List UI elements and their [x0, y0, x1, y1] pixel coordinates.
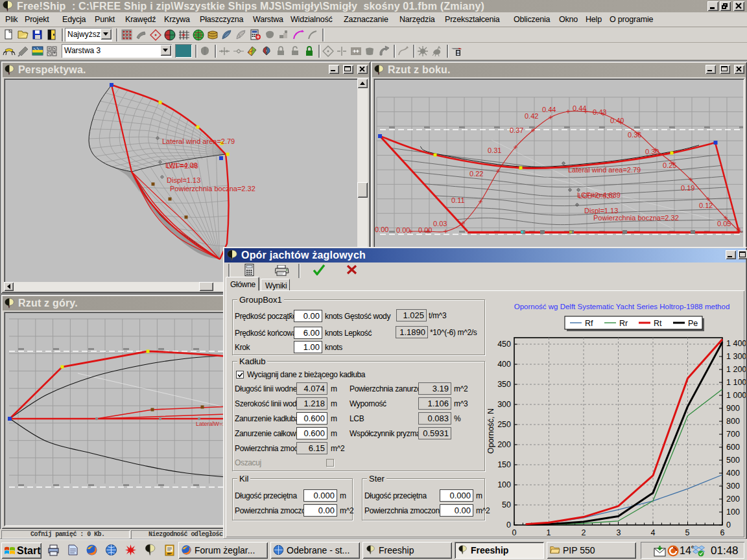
svg-text:Rr: Rr: [619, 319, 628, 328]
svg-text:250: 250: [497, 420, 511, 429]
svg-text:0.00: 0.00: [396, 226, 410, 234]
svg-text:0.44: 0.44: [542, 106, 556, 113]
svg-text:300: 300: [726, 482, 740, 491]
svg-text:Rf: Rf: [585, 319, 593, 328]
svg-text:1 000: 1 000: [726, 391, 746, 400]
svg-text:0.31: 0.31: [488, 146, 501, 154]
svg-text:900: 900: [726, 404, 740, 413]
svg-text:200: 200: [726, 495, 740, 504]
svg-text:50: 50: [502, 500, 511, 509]
svg-text:1: 1: [547, 528, 551, 537]
svg-text:Pe: Pe: [688, 319, 698, 328]
svg-text:0.00: 0.00: [418, 226, 432, 234]
svg-text:500: 500: [726, 456, 740, 465]
svg-text:0.43: 0.43: [593, 108, 606, 116]
svg-text:Powierzchnia boczna=2.32: Powierzchnia boczna=2.32: [170, 185, 255, 192]
svg-text:0.05: 0.05: [717, 220, 731, 228]
svg-text:150: 150: [497, 460, 511, 469]
svg-text:6: 6: [720, 528, 725, 537]
svg-text:600: 600: [726, 443, 740, 452]
svg-text:0.: 0.: [737, 226, 742, 234]
svg-text:LCF=2.46: LCF=2.46: [167, 162, 198, 170]
svg-text:Lateral wind area=2.79: Lateral wind area=2.79: [162, 137, 235, 145]
svg-text:1 200: 1 200: [726, 365, 746, 374]
svg-text:4: 4: [651, 528, 656, 537]
svg-text:Powierzchnia boczna=2.32: Powierzchnia boczna=2.32: [593, 214, 679, 222]
svg-text:0: 0: [726, 520, 731, 530]
svg-text:450: 450: [497, 340, 511, 349]
svg-text:350: 350: [497, 380, 511, 389]
svg-text:1 400: 1 400: [726, 339, 746, 348]
svg-text:LCB=0.639: LCB=0.639: [578, 192, 614, 200]
svg-text:0.36: 0.36: [628, 131, 641, 139]
svg-text:3: 3: [617, 528, 621, 537]
svg-text:800: 800: [726, 417, 740, 426]
svg-text:100: 100: [726, 508, 740, 517]
svg-text:0: 0: [506, 520, 511, 530]
svg-text:1 100: 1 100: [726, 378, 746, 387]
svg-text:0.30: 0.30: [645, 148, 659, 156]
svg-text:0: 0: [512, 528, 517, 537]
svg-text:Lateral wind area=2.79: Lateral wind area=2.79: [568, 166, 641, 174]
svg-text:200: 200: [497, 440, 511, 449]
svg-text:0.00: 0.00: [375, 226, 388, 233]
svg-text:5: 5: [685, 528, 690, 537]
svg-text:0.42: 0.42: [525, 112, 538, 120]
svg-text:0.19: 0.19: [681, 184, 694, 192]
svg-text:100: 100: [497, 480, 511, 489]
svg-text:0.40: 0.40: [610, 117, 624, 124]
svg-text:0.11: 0.11: [451, 196, 465, 204]
svg-text:Rt: Rt: [654, 319, 662, 328]
svg-text:Displ=1.13: Displ=1.13: [167, 176, 200, 184]
svg-text:Oporność wg Delft Systematic Y: Oporność wg Delft Systematic Yacht Serie…: [514, 303, 730, 310]
svg-text:0.37: 0.37: [510, 126, 523, 134]
svg-text:0.25: 0.25: [663, 161, 676, 169]
svg-text:700: 700: [726, 430, 740, 439]
svg-text:0.22: 0.22: [469, 170, 483, 178]
svg-text:300: 300: [497, 400, 511, 409]
svg-text:400: 400: [726, 469, 740, 478]
svg-text:2: 2: [582, 528, 586, 537]
svg-text:400: 400: [497, 360, 511, 369]
svg-text:0.44: 0.44: [573, 104, 586, 112]
svg-text:1 300: 1 300: [726, 352, 746, 361]
svg-text:0.03: 0.03: [433, 220, 447, 228]
svg-text:Oporność, N: Oporność, N: [488, 408, 495, 454]
svg-text:0.12: 0.12: [699, 202, 713, 209]
